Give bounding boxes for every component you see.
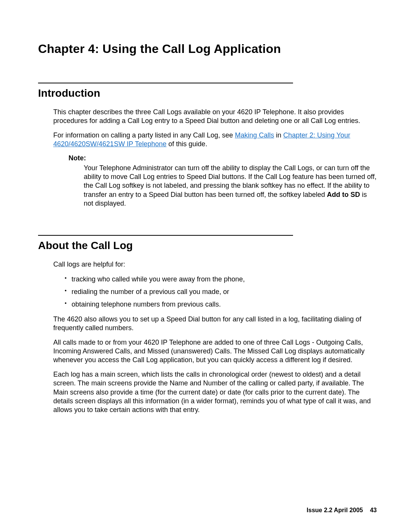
footer-page-number: 43 xyxy=(370,507,377,513)
about-bullet-list: tracking who called while you were away … xyxy=(38,274,377,310)
intro-para2-prefix: For information on calling a party liste… xyxy=(53,131,235,139)
list-item: redialing the number of a previous call … xyxy=(65,287,377,297)
about-heading: About the Call Log xyxy=(38,240,377,252)
about-intro: Call logs are helpful for: xyxy=(38,260,377,269)
intro-para2-mid: in xyxy=(274,131,283,139)
list-item: tracking who called while you were away … xyxy=(65,274,377,284)
making-calls-link[interactable]: Making Calls xyxy=(235,131,274,139)
document-page: Chapter 4: Using the Call Log Applicatio… xyxy=(0,0,411,532)
section-divider xyxy=(38,83,293,83)
introduction-section: Introduction This chapter describes the … xyxy=(38,83,377,208)
intro-para2-suffix: of this guide. xyxy=(167,140,207,148)
section-divider xyxy=(38,235,293,236)
note-text: Your Telephone Administrator can turn of… xyxy=(84,164,377,208)
chapter-title: Chapter 4: Using the Call Log Applicatio… xyxy=(38,42,377,56)
introduction-heading: Introduction xyxy=(38,87,377,99)
note-block: Note: Your Telephone Administrator can t… xyxy=(38,154,377,208)
intro-paragraph-2: For information on calling a party liste… xyxy=(38,131,377,149)
about-para-3: Each log has a main screen, which lists … xyxy=(38,370,377,415)
about-para-1: The 4620 also allows you to set up a Spe… xyxy=(38,315,377,333)
page-footer: Issue 2.2 April 2005 43 xyxy=(307,507,377,514)
about-para-2: All calls made to or from your 4620 IP T… xyxy=(38,338,377,365)
intro-paragraph-1: This chapter describes the three Call Lo… xyxy=(38,108,377,126)
footer-issue: Issue 2.2 April 2005 xyxy=(307,507,363,513)
note-bold-text: Add to SD xyxy=(327,191,360,198)
note-label: Note: xyxy=(68,154,377,162)
list-item: obtaining telephone numbers from previou… xyxy=(65,299,377,310)
about-section: About the Call Log Call logs are helpful… xyxy=(38,235,377,415)
